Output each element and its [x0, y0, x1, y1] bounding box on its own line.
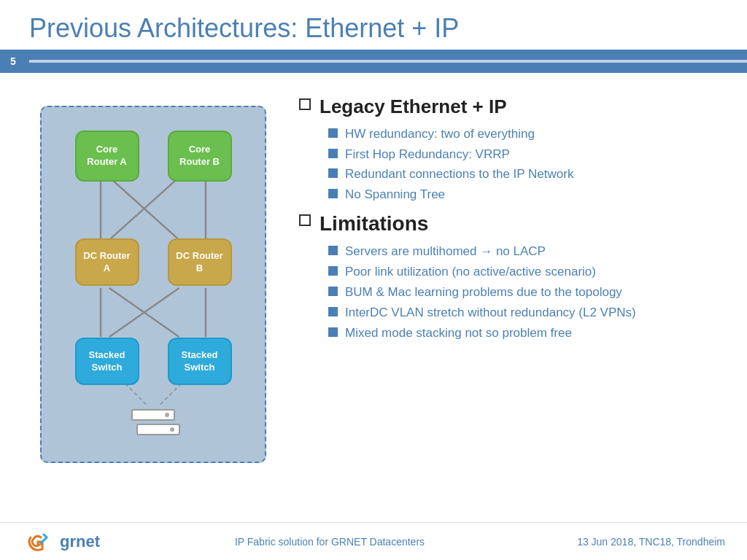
diagram-box: Core Router A Core Router B DC Router A …: [40, 106, 266, 463]
legacy-item-1-text: HW redundancy: two of everything: [345, 125, 535, 143]
legacy-item-4: No Spanning Tree: [328, 186, 725, 203]
limitations-item-1: Servers are multihomed → no LACP: [328, 243, 725, 260]
legacy-item-4-checkbox: [328, 189, 338, 198]
core-router-a: Core Router A: [75, 131, 139, 182]
lim-item-2-checkbox: [328, 266, 338, 276]
svg-line-2: [109, 177, 179, 240]
legacy-ethernet-bullet: Legacy Ethernet + IP: [299, 95, 725, 120]
server-icon-1: [131, 409, 175, 421]
lim-item-5-text: Mixed mode stacking not so problem free: [345, 324, 572, 342]
lim-item-3-text: BUM & Mac learning problems due to the t…: [345, 284, 622, 301]
dc-router-a: DC Router A: [75, 238, 139, 286]
lim-item-4-text: InterDC VLAN stretch without redundancy …: [345, 304, 636, 322]
legacy-item-1-checkbox: [328, 128, 338, 138]
server-area: [126, 409, 180, 435]
lim-item-5-checkbox: [328, 327, 338, 337]
legacy-item-2-checkbox: [328, 149, 338, 158]
svg-line-9: [160, 384, 182, 405]
legacy-item-3-checkbox: [328, 168, 338, 178]
page-title: Previous Architectures: Ethernet + IP: [29, 13, 718, 44]
svg-line-5: [109, 288, 179, 337]
legacy-item-1: HW redundancy: two of everything: [328, 125, 725, 143]
grnet-logo-icon: [22, 526, 54, 558]
legacy-label: Legacy Ethernet + IP: [320, 95, 506, 120]
stacked-switch-a: Stacked Switch: [75, 338, 139, 385]
lim-item-3-checkbox: [328, 287, 338, 296]
svg-line-8: [125, 384, 147, 405]
slide-bar: 5: [0, 50, 747, 73]
limitations-label: Limitations: [320, 211, 428, 237]
legacy-item-3: Redundant connections to the IP Network: [328, 166, 725, 183]
main-content: Core Router A Core Router B DC Router A …: [0, 73, 747, 489]
legacy-checkbox: [299, 98, 311, 110]
lim-item-1-text: Servers are multihomed → no LACP: [345, 243, 546, 260]
slide-bar-line: [29, 60, 747, 63]
stacked-switch-b: Stacked Switch: [168, 338, 232, 385]
limitations-item-5: Mixed mode stacking not so problem free: [328, 324, 725, 342]
footer-center-text: IP Fabric solution for GRNET Datacenters: [139, 536, 521, 548]
limitations-checkbox: [299, 214, 311, 226]
grnet-logo-text: grnet: [60, 532, 100, 551]
lim-item-2-text: Poor link utilization (no active/active …: [345, 263, 596, 281]
limitations-item-4: InterDC VLAN stretch without redundancy …: [328, 304, 725, 322]
header: Previous Architectures: Ethernet + IP: [0, 0, 747, 50]
limitations-item-3: BUM & Mac learning problems due to the t…: [328, 284, 725, 301]
footer-logo: grnet: [22, 526, 139, 558]
legacy-item-2-text: First Hop Redundancy: VRRP: [345, 146, 510, 163]
footer: grnet IP Fabric solution for GRNET Datac…: [0, 522, 747, 560]
slide-number: 5: [0, 52, 26, 70]
limitations-sub-bullets: Servers are multihomed → no LACP Poor li…: [328, 243, 725, 341]
lim-item-4-checkbox: [328, 307, 338, 316]
server-icon-2: [136, 424, 180, 435]
diagram-area: Core Router A Core Router B DC Router A …: [29, 88, 277, 481]
diagram-inner: Core Router A Core Router B DC Router A …: [53, 120, 253, 448]
svg-line-1: [109, 177, 179, 240]
legacy-sub-bullets: HW redundancy: two of everything First H…: [328, 125, 725, 203]
dc-router-b: DC Router B: [168, 238, 232, 286]
core-router-b: Core Router B: [168, 131, 232, 182]
limitations-bullet: Limitations: [299, 211, 725, 237]
lim-item-1-checkbox: [328, 246, 338, 255]
legacy-item-4-text: No Spanning Tree: [345, 186, 445, 203]
limitations-item-2: Poor link utilization (no active/active …: [328, 263, 725, 281]
footer-right-text: 13 Jun 2018, TNC18, Trondheim: [521, 536, 725, 548]
legacy-item-2: First Hop Redundancy: VRRP: [328, 146, 725, 163]
text-content: Legacy Ethernet + IP HW redundancy: two …: [277, 88, 725, 481]
svg-line-6: [109, 288, 179, 337]
legacy-item-3-text: Redundant connections to the IP Network: [345, 166, 573, 183]
